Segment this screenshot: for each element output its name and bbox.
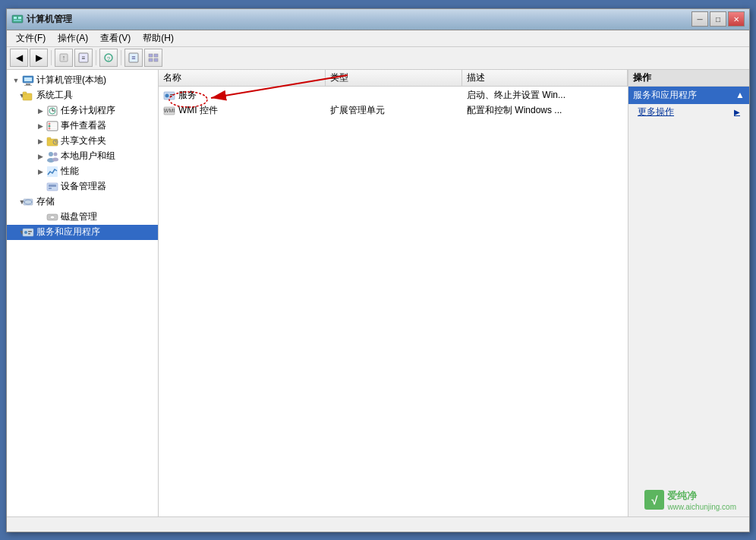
svg-rect-57	[170, 94, 173, 95]
watermark-text-block: 爱纯净 www.aichunjing.com	[667, 489, 736, 511]
tree-item-disk-management[interactable]: 磁盘管理	[7, 210, 158, 225]
expand-icon-device	[34, 181, 46, 193]
actions-section-label: 服务和应用程序	[633, 89, 697, 102]
tree-panel: ▼ 计算机管理(本地) ▼ 系统工具 ▶	[7, 70, 159, 516]
svg-rect-3	[14, 20, 21, 21]
col-type[interactable]: 类型	[326, 70, 462, 86]
svg-point-33	[49, 127, 51, 129]
show-hide-button[interactable]: ?	[99, 49, 118, 67]
tree-item-system-tools[interactable]: ▼ 系统工具	[7, 88, 158, 103]
svg-rect-45	[49, 185, 56, 187]
toolbar-separator-3	[121, 50, 121, 65]
list-body: 服务 启动、终止并设置 Win... WMI WMI 控件 扩	[159, 87, 628, 516]
svg-rect-53	[28, 231, 32, 232]
col-desc[interactable]: 描述	[462, 70, 628, 86]
menu-file[interactable]: 文件(F)	[10, 30, 52, 46]
menu-help[interactable]: 帮助(H)	[137, 30, 180, 46]
services-apps-icon	[22, 226, 34, 238]
tree-item-device-manager[interactable]: 设备管理器	[7, 179, 158, 194]
cell-desc-0: 启动、终止并设置 Win...	[467, 89, 623, 102]
service-icon	[163, 90, 175, 102]
device-manager-icon	[46, 181, 58, 193]
event-icon	[46, 120, 58, 132]
tree-label-services-apps: 服务和应用程序	[36, 226, 100, 238]
svg-rect-19	[24, 85, 32, 86]
cell-desc-1: 配置和控制 Windows ...	[467, 104, 623, 117]
list-row[interactable]: WMI WMI 控件 扩展管理单元 配置和控制 Windows ...	[159, 103, 628, 118]
cell-name-1: WMI WMI 控件	[163, 104, 330, 117]
disk-icon	[46, 211, 58, 223]
expand-icon-task: ▶	[34, 105, 46, 117]
actions-header: 操作	[628, 70, 749, 87]
back-button[interactable]: ◀	[10, 49, 28, 67]
tree-item-task-scheduler[interactable]: ▶ 任务计划程序	[7, 103, 158, 118]
svg-text:?: ?	[107, 55, 111, 62]
svg-rect-17	[24, 77, 32, 81]
users-icon	[46, 150, 58, 163]
svg-rect-2	[18, 17, 21, 19]
up-button[interactable]: ↑	[55, 49, 73, 67]
svg-rect-18	[26, 84, 30, 85]
menu-action[interactable]: 操作(A)	[52, 30, 94, 46]
tree-label-users: 本地用户和组	[61, 150, 115, 163]
svg-rect-22	[23, 92, 27, 94]
toolbar-separator-2	[96, 50, 96, 65]
more-actions-arrow: ▶	[734, 108, 740, 116]
svg-rect-46	[49, 188, 52, 189]
expand-icon-users: ▶	[34, 150, 46, 163]
tree-label-performance: 性能	[61, 165, 79, 178]
svg-text:WMI: WMI	[164, 108, 175, 113]
svg-rect-58	[170, 96, 172, 96]
help-button[interactable]: ≡	[124, 49, 143, 67]
close-button[interactable]: ✕	[728, 11, 745, 27]
title-bar: 计算机管理 ─ □ ✕	[7, 9, 749, 30]
properties-button[interactable]: ≡	[74, 49, 93, 67]
cell-type-1: 扩展管理单元	[330, 104, 467, 117]
window-controls: ─ □ ✕	[691, 11, 745, 27]
actions-panel: 操作 服务和应用程序 ▲ 更多操作 ▶	[628, 70, 749, 516]
menu-bar: 文件(F) 操作(A) 查看(V) 帮助(H)	[7, 30, 749, 47]
main-content: ▼ 计算机管理(本地) ▼ 系统工具 ▶	[7, 70, 749, 516]
tree-item-performance[interactable]: ▶ 性能	[7, 164, 158, 179]
system-tools-icon	[22, 90, 34, 102]
tree-label-event: 事件查看器	[61, 119, 106, 132]
actions-section-title[interactable]: 服务和应用程序 ▲	[628, 87, 749, 104]
watermark-site: 爱纯净	[667, 489, 736, 503]
computer-tree-icon	[22, 74, 34, 87]
tree-item-storage[interactable]: ▼ 存储	[7, 194, 158, 210]
tree-item-event-viewer[interactable]: ▶ 事件查看器	[7, 118, 158, 134]
svg-rect-12	[149, 54, 153, 57]
svg-point-39	[49, 152, 53, 156]
actions-item-more[interactable]: 更多操作 ▶	[628, 104, 749, 120]
expand-icon-event: ▶	[34, 120, 46, 132]
menu-view[interactable]: 查看(V)	[94, 30, 137, 46]
cell-name-0: 服务	[163, 89, 330, 102]
wmi-icon: WMI	[163, 105, 175, 117]
col-name[interactable]: 名称	[159, 70, 326, 86]
performance-icon	[46, 166, 58, 178]
list-button[interactable]	[144, 49, 162, 67]
tree-item-services-apps[interactable]: ▼ 服务和应用程序	[7, 225, 158, 240]
svg-rect-43	[47, 166, 58, 177]
expand-icon-system-tools: ▼	[10, 90, 22, 102]
window-icon	[11, 13, 24, 25]
svg-rect-1	[14, 17, 17, 19]
tree-item-computer[interactable]: ▼ 计算机管理(本地)	[7, 73, 158, 88]
forward-button[interactable]: ▶	[30, 49, 48, 67]
minimize-button[interactable]: ─	[691, 11, 708, 27]
list-header: 名称 类型 描述	[159, 70, 628, 87]
svg-point-52	[24, 231, 27, 234]
tree-item-local-users[interactable]: ▶ 本地用户和组	[7, 149, 158, 164]
tree-item-shared-folders[interactable]: ▶ 共享文件夹	[7, 134, 158, 149]
task-icon	[46, 105, 58, 117]
svg-text:↑: ↑	[62, 54, 66, 62]
maximize-button[interactable]: □	[710, 11, 726, 27]
expand-icon-perf: ▶	[34, 166, 46, 178]
svg-point-31	[49, 122, 51, 125]
svg-point-42	[52, 157, 58, 161]
svg-rect-14	[149, 58, 153, 62]
list-row[interactable]: 服务 启动、终止并设置 Win...	[159, 88, 628, 103]
tree-label-disk: 磁盘管理	[61, 210, 97, 223]
watermark-logo: √	[644, 490, 664, 510]
status-bar	[7, 516, 749, 532]
